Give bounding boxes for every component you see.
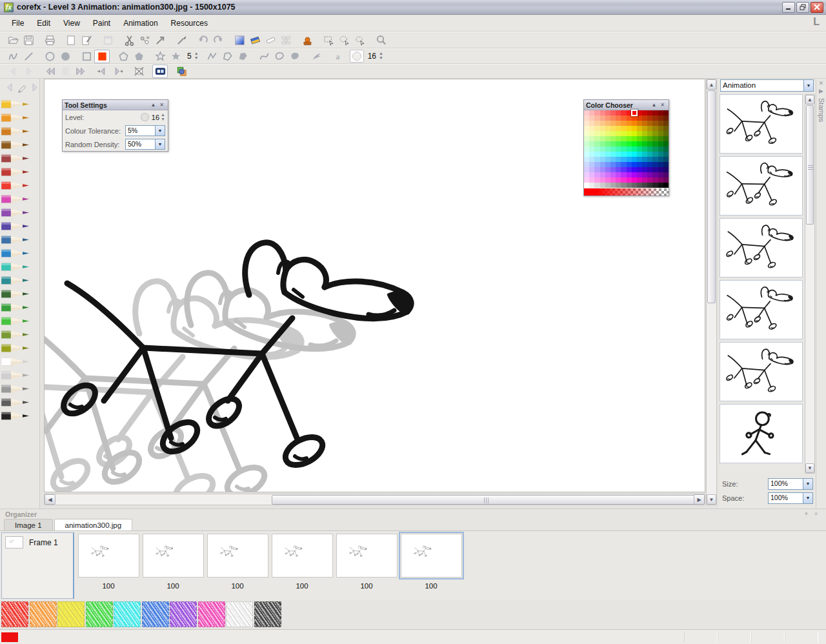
gray-cell[interactable] (621, 183, 626, 188)
density-dropdown[interactable]: 50% ▼ (125, 139, 165, 150)
gray-cell[interactable] (642, 183, 647, 188)
color-cell[interactable] (642, 131, 647, 136)
color-cell[interactable] (663, 116, 669, 121)
color-cell[interactable] (589, 110, 594, 116)
color-cell[interactable] (594, 157, 599, 162)
color-cell[interactable] (627, 162, 632, 167)
color-cell[interactable] (652, 146, 658, 152)
color-cell[interactable] (652, 141, 658, 146)
color-cell[interactable] (627, 141, 632, 146)
color-cell[interactable] (647, 177, 652, 183)
brush-shape-button[interactable] (350, 50, 364, 63)
star-outline-icon[interactable] (152, 50, 168, 63)
color-cell[interactable] (647, 131, 652, 136)
color-cell[interactable] (605, 126, 610, 131)
color-cell[interactable] (658, 152, 663, 157)
color-cell[interactable] (652, 126, 658, 131)
color-cell[interactable] (600, 146, 605, 152)
color-cell[interactable] (589, 121, 594, 126)
open-icon[interactable] (5, 34, 21, 47)
color-cell[interactable] (610, 157, 616, 162)
pencil-color-19[interactable] (0, 355, 39, 368)
scroll-down-icon[interactable]: ▼ (707, 494, 716, 505)
color-cell[interactable] (658, 146, 663, 152)
color-cell[interactable] (605, 146, 610, 152)
color-cell[interactable] (600, 110, 605, 116)
color-cell[interactable] (652, 136, 658, 141)
color-cell[interactable] (616, 136, 621, 141)
color-cell[interactable] (600, 172, 605, 177)
gray-cell[interactable] (589, 183, 594, 188)
color-cell[interactable] (647, 162, 652, 167)
color-cell[interactable] (663, 141, 669, 146)
color-cell[interactable] (658, 116, 663, 121)
color-cell[interactable] (600, 162, 605, 167)
scroll-down-icon[interactable]: ▼ (805, 463, 814, 473)
organizer-tab-2[interactable]: animation300.jpg (54, 519, 133, 530)
color-cell[interactable] (663, 172, 669, 177)
chalk-icon[interactable] (263, 34, 278, 47)
delete-frame-icon[interactable] (131, 65, 146, 78)
color-cell[interactable] (642, 167, 647, 172)
color-cell[interactable] (627, 136, 632, 141)
scroll-up-icon[interactable]: ▲ (707, 79, 716, 90)
gray-cell[interactable] (637, 183, 642, 188)
color-cell[interactable] (589, 116, 594, 121)
color-cell[interactable] (605, 121, 610, 126)
color-cell[interactable] (663, 136, 669, 141)
chevron-down-icon[interactable]: ▼ (155, 139, 165, 149)
color-cell[interactable] (658, 157, 663, 162)
star-filled-icon[interactable] (168, 50, 183, 63)
pencil-color-16[interactable] (0, 314, 39, 328)
pencil-color-12[interactable] (0, 260, 39, 274)
pencil-color-3[interactable] (0, 138, 39, 152)
crayon-swatch-4[interactable] (114, 601, 141, 627)
canvas-vscrollbar[interactable]: ▲ ▼ (706, 79, 717, 505)
arrow-shape-icon[interactable] (309, 50, 325, 63)
close-icon[interactable]: ✕ (157, 102, 166, 108)
color-cell[interactable] (637, 157, 642, 162)
color-cell[interactable] (589, 131, 594, 136)
pencil-color-21[interactable] (0, 382, 39, 396)
color-cell[interactable] (605, 116, 610, 121)
color-cell[interactable] (642, 157, 647, 162)
color-cell[interactable] (584, 121, 589, 126)
color-cell[interactable] (663, 121, 669, 126)
nav-prev-icon[interactable] (5, 65, 21, 78)
color-cell[interactable] (652, 131, 658, 136)
zoom-icon[interactable] (373, 34, 388, 47)
pencil-color-14[interactable] (0, 287, 39, 301)
stamp-dog-walk-3[interactable] (720, 218, 803, 277)
color-cell[interactable] (616, 157, 621, 162)
pencil-color-11[interactable] (0, 247, 39, 260)
redo-icon[interactable] (210, 34, 226, 47)
color-cell[interactable] (594, 167, 599, 172)
color-cell[interactable] (600, 136, 605, 141)
color-cell[interactable] (610, 152, 616, 157)
color-cell[interactable] (627, 152, 632, 157)
color-cell[interactable] (594, 146, 599, 152)
pencil-color-13[interactable] (0, 274, 39, 287)
gray-cell[interactable] (632, 183, 637, 188)
print-icon[interactable] (42, 34, 57, 47)
color-cell[interactable] (632, 121, 637, 126)
color-cell[interactable] (652, 172, 658, 177)
color-cell[interactable] (637, 136, 642, 141)
color-cell[interactable] (632, 162, 637, 167)
restore-button[interactable] (796, 2, 809, 13)
color-cell[interactable] (584, 157, 589, 162)
color-cell[interactable] (600, 177, 605, 183)
color-cell[interactable] (605, 177, 610, 183)
play-forward-icon[interactable] (73, 65, 88, 78)
color-grid[interactable] (584, 110, 669, 188)
color-cell[interactable] (642, 172, 647, 177)
stamps-scrollbar[interactable]: ▲ ▼ (805, 94, 815, 474)
color-cell[interactable] (616, 131, 621, 136)
pencil-color-23[interactable] (0, 409, 39, 423)
color-cell[interactable] (642, 141, 647, 146)
color-cell[interactable] (642, 121, 647, 126)
color-cell[interactable] (658, 121, 663, 126)
color-cell[interactable] (642, 116, 647, 121)
color-cell[interactable] (621, 136, 626, 141)
color-cell[interactable] (610, 177, 616, 183)
